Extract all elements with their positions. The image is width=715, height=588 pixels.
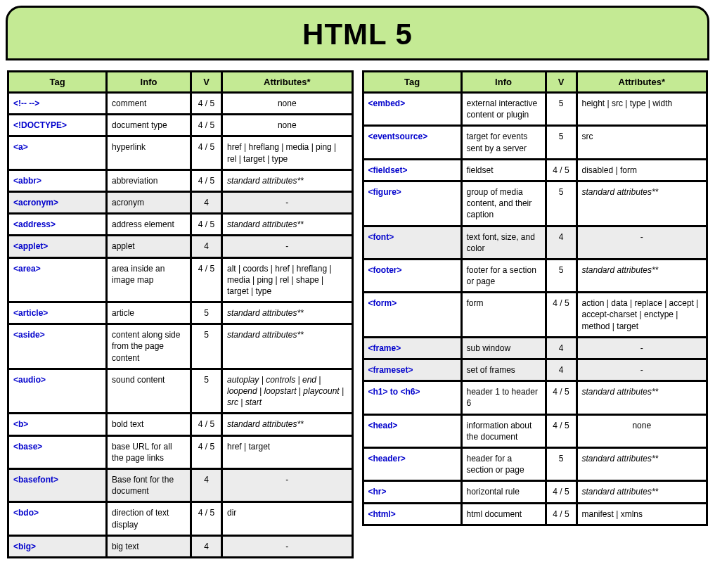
table-row: <bdo>direction of text display4 / 5dir <box>9 503 352 536</box>
info-cell: external interactive content or plugin <box>463 94 547 127</box>
tag-cell: <embed> <box>364 94 463 127</box>
col-info: Info <box>463 70 547 94</box>
right-table: Tag Info V Attributes* <embed>external i… <box>362 70 709 526</box>
tag-cell: <font> <box>364 227 463 260</box>
info-cell: set of frames <box>463 360 547 382</box>
table-row: <footer>footer for a section or page5sta… <box>364 260 707 293</box>
attributes-cell: - <box>223 537 352 556</box>
left-table: Tag Info V Attributes* <!-- -->comment4 … <box>7 70 354 558</box>
version-cell: 4 / 5 <box>547 482 578 504</box>
version-cell: 4 <box>547 338 578 360</box>
info-cell: acronym <box>108 193 192 215</box>
info-cell: base URL for all the page links <box>108 437 192 470</box>
attributes-cell: none <box>223 115 352 137</box>
attributes-cell: - <box>578 227 707 260</box>
table-row: <basefont>Base font for the document4- <box>9 470 352 503</box>
info-cell: sub window <box>463 338 547 360</box>
table-header-row: Tag Info V Attributes* <box>9 70 352 94</box>
tag-cell: <basefont> <box>9 470 108 503</box>
info-cell: sound content <box>108 370 192 415</box>
attributes-cell: - <box>578 360 707 382</box>
table-row: <frame>sub window4- <box>364 338 707 360</box>
tag-cell: <big> <box>9 537 108 556</box>
tag-cell: <figure> <box>364 182 463 227</box>
table-row: <frameset>set of frames4- <box>364 360 707 382</box>
attributes-cell: standard attributes** <box>578 482 707 504</box>
table-row: <h1> to <h6>header 1 to header 64 / 5sta… <box>364 382 707 415</box>
attributes-cell: - <box>223 470 352 503</box>
table-row: <article>article5standard attributes** <box>9 303 352 325</box>
tag-cell: <hr> <box>364 482 463 504</box>
info-cell: bold text <box>108 414 192 436</box>
attributes-cell: standard attributes** <box>223 303 352 325</box>
version-cell: 4 / 5 <box>192 215 223 236</box>
table-row: <acronym>acronym4- <box>9 193 352 215</box>
tag-cell: <audio> <box>9 370 108 415</box>
version-cell: 4 / 5 <box>192 503 223 536</box>
version-cell: 4 <box>192 236 223 258</box>
info-cell: article <box>108 303 192 325</box>
left-column: Tag Info V Attributes* <!-- -->comment4 … <box>7 70 354 558</box>
info-cell: header 1 to header 6 <box>463 382 547 415</box>
version-cell: 4 / 5 <box>192 137 223 170</box>
info-cell: applet <box>108 236 192 258</box>
info-cell: form <box>463 293 547 338</box>
version-cell: 5 <box>547 260 578 293</box>
tag-cell: <abbr> <box>9 171 108 193</box>
info-cell: header for a section or page <box>463 449 547 482</box>
attributes-cell: manifest | xmlns <box>578 504 707 524</box>
version-cell: 5 <box>547 127 578 160</box>
tag-cell: <aside> <box>9 325 108 370</box>
table-row: <big>big text4- <box>9 537 352 556</box>
table-row: <hr>horizontal rule4 / 5standard attribu… <box>364 482 707 504</box>
table-row: <form>form4 / 5action | data | replace |… <box>364 293 707 338</box>
attributes-cell: dir <box>223 503 352 536</box>
info-cell: footer for a section or page <box>463 260 547 293</box>
tag-cell: <h1> to <h6> <box>364 382 463 415</box>
info-cell: Base font for the document <box>108 470 192 503</box>
info-cell: group of media content, and their captio… <box>463 182 547 227</box>
attributes-cell: standard attributes** <box>223 414 352 436</box>
version-cell: 5 <box>192 325 223 370</box>
table-row: <area>area inside an image map4 / 5alt |… <box>9 259 352 304</box>
table-row: <abbr>abbreviation4 / 5standard attribut… <box>9 171 352 193</box>
info-cell: document type <box>108 115 192 137</box>
version-cell: 4 / 5 <box>547 416 578 449</box>
table-header-row: Tag Info V Attributes* <box>364 70 707 94</box>
info-cell: text font, size, and color <box>463 227 547 260</box>
version-cell: 4 / 5 <box>547 293 578 338</box>
attributes-cell: standard attributes** <box>578 182 707 227</box>
attributes-cell: standard attributes** <box>578 260 707 293</box>
tag-cell: <form> <box>364 293 463 338</box>
attributes-cell: - <box>578 338 707 360</box>
version-cell: 4 / 5 <box>192 171 223 193</box>
attributes-cell: disabled | form <box>578 160 707 182</box>
tag-cell: <article> <box>9 303 108 325</box>
attributes-cell: href | hreflang | media | ping | rel | t… <box>223 137 352 170</box>
version-cell: 5 <box>192 303 223 325</box>
tag-cell: <!-- --> <box>9 94 108 115</box>
tag-cell: <base> <box>9 437 108 470</box>
info-cell: information about the document <box>463 416 547 449</box>
tag-cell: <footer> <box>364 260 463 293</box>
table-row: <base>base URL for all the page links4 /… <box>9 437 352 470</box>
version-cell: 5 <box>547 182 578 227</box>
tag-cell: <area> <box>9 259 108 304</box>
attributes-cell: none <box>578 416 707 449</box>
info-cell: address element <box>108 215 192 236</box>
attributes-cell: none <box>223 94 352 115</box>
tag-cell: <frameset> <box>364 360 463 382</box>
version-cell: 5 <box>547 449 578 482</box>
table-row: <embed>external interactive content or p… <box>364 94 707 127</box>
attributes-cell: standard attributes** <box>223 215 352 236</box>
tag-cell: <address> <box>9 215 108 236</box>
tag-cell: <eventsource> <box>364 127 463 160</box>
info-cell: abbreviation <box>108 171 192 193</box>
tag-cell: <!DOCTYPE> <box>9 115 108 137</box>
table-row: <!DOCTYPE>document type4 / 5none <box>9 115 352 137</box>
page-title: HTML 5 <box>6 6 709 60</box>
version-cell: 4 <box>547 360 578 382</box>
tag-cell: <b> <box>9 414 108 436</box>
version-cell: 4 / 5 <box>192 115 223 137</box>
version-cell: 4 / 5 <box>192 94 223 115</box>
